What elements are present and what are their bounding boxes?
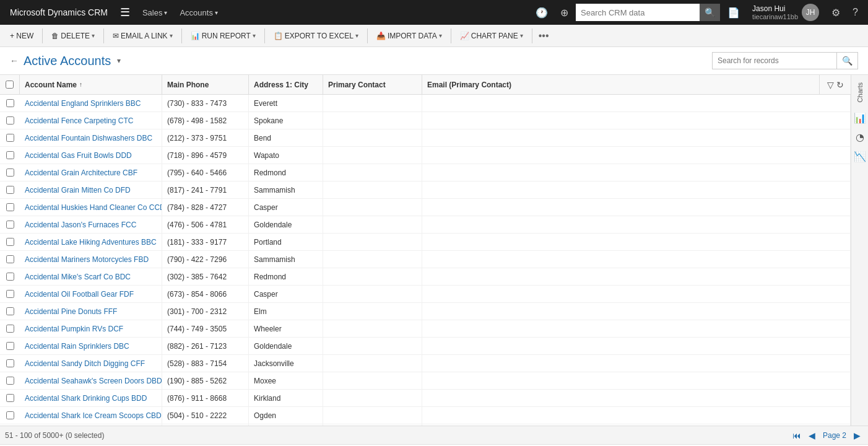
table-row: Accidental Shark Ice Cream Scoops CBD (5… bbox=[0, 407, 851, 424]
account-name-link[interactable]: Accidental Mike's Scarf Co BDC bbox=[25, 273, 131, 281]
settings-icon[interactable]: ⚙ bbox=[827, 0, 845, 25]
row-checkbox-7[interactable] bbox=[0, 216, 20, 233]
nav-accounts[interactable]: Accounts ▾ bbox=[175, 0, 222, 25]
delete-button[interactable]: 🗑 DELETE ▾ bbox=[46, 29, 100, 43]
cell-city: Ogden bbox=[249, 407, 323, 424]
line-chart-icon[interactable]: 📉 bbox=[851, 148, 869, 165]
cell-email bbox=[422, 407, 851, 424]
row-checkbox-11[interactable] bbox=[0, 286, 20, 302]
account-name-link[interactable]: Accidental Shark Drinking Cups BDD bbox=[25, 394, 147, 403]
account-name-link[interactable]: Accidental Sandy Ditch Digging CFF bbox=[25, 359, 145, 368]
cell-city: Portland bbox=[249, 234, 323, 250]
account-name-link[interactable]: Accidental Pine Donuts FFF bbox=[25, 307, 117, 316]
app-brand: Microsoft Dynamics CRM bbox=[5, 7, 113, 17]
account-name-link[interactable]: Accidental Oil Football Gear FDF bbox=[25, 290, 134, 299]
plus-circle-icon[interactable]: ⊕ bbox=[555, 0, 573, 25]
search-records-input[interactable] bbox=[713, 53, 836, 69]
cell-main-phone: (678) - 498 - 1582 bbox=[162, 112, 249, 129]
row-checkbox-13[interactable] bbox=[0, 320, 20, 337]
cell-primary-contact bbox=[323, 199, 422, 216]
cell-account-name: Accidental Lake Hiking Adventures BBC bbox=[20, 234, 162, 250]
first-page-button[interactable]: ⏮ bbox=[790, 431, 804, 440]
cell-account-name: Accidental Pumpkin RVs DCF bbox=[20, 320, 162, 337]
account-name-link[interactable]: Accidental Gas Fruit Bowls DDD bbox=[25, 151, 132, 160]
row-checkbox-3[interactable] bbox=[0, 147, 20, 164]
nav-sales[interactable]: Sales ▾ bbox=[137, 0, 173, 25]
row-checkbox-14[interactable] bbox=[0, 338, 20, 354]
row-checkbox-18[interactable] bbox=[0, 407, 20, 424]
col-header-main-phone[interactable]: Main Phone bbox=[162, 75, 249, 94]
row-checkbox-8[interactable] bbox=[0, 234, 20, 250]
account-name-link[interactable]: Accidental Lake Hiking Adventures BBC bbox=[25, 238, 157, 247]
document-icon[interactable]: 📄 bbox=[723, 0, 745, 25]
account-name-link[interactable]: Accidental Rain Sprinklers DBC bbox=[25, 342, 129, 351]
row-checkbox-5[interactable] bbox=[0, 181, 20, 198]
row-checkbox-16[interactable] bbox=[0, 372, 20, 389]
cell-main-phone: (784) - 828 - 4727 bbox=[162, 199, 249, 216]
cell-main-phone: (673) - 854 - 8066 bbox=[162, 286, 249, 302]
sort-asc-icon: ↑ bbox=[79, 81, 82, 88]
row-checkbox-15[interactable] bbox=[0, 355, 20, 372]
back-icon[interactable]: ← bbox=[10, 56, 19, 66]
select-all-checkbox[interactable] bbox=[6, 81, 14, 89]
account-name-link[interactable]: Accidental Fountain Dishwashers DBC bbox=[25, 134, 152, 142]
cell-email bbox=[422, 355, 851, 372]
account-name-link[interactable]: Accidental Seahawk's Screen Doors DBD bbox=[25, 377, 162, 385]
table-row: Accidental Fence Carpeting CTC (678) - 4… bbox=[0, 112, 851, 129]
top-navigation: Microsoft Dynamics CRM ☰ Sales ▾ Account… bbox=[0, 0, 868, 25]
global-search-button[interactable]: 🔍 bbox=[700, 4, 720, 21]
row-checkbox-19[interactable] bbox=[0, 424, 20, 426]
cell-primary-contact bbox=[323, 181, 422, 198]
account-name-link[interactable]: Accidental England Sprinklers BBC bbox=[25, 99, 141, 108]
search-records-button[interactable]: 🔍 bbox=[836, 53, 857, 69]
account-name-link[interactable]: Accidental Shark Ice Cream Scoops CBD bbox=[25, 411, 162, 420]
cell-city: Chicago bbox=[249, 424, 323, 426]
refresh-icon[interactable]: ↻ bbox=[836, 80, 844, 90]
cell-primary-contact bbox=[323, 338, 422, 354]
cell-primary-contact bbox=[323, 355, 422, 372]
new-button[interactable]: + NEW bbox=[5, 29, 38, 43]
account-name-link[interactable]: Accidental Fence Carpeting CTC bbox=[25, 116, 133, 125]
email-icon: ✉ bbox=[113, 32, 119, 40]
pie-chart-icon[interactable]: ◔ bbox=[853, 129, 867, 146]
next-page-button[interactable]: ▶ bbox=[851, 431, 863, 440]
row-checkbox-6[interactable] bbox=[0, 199, 20, 216]
row-checkbox-2[interactable] bbox=[0, 129, 20, 146]
select-all-check[interactable] bbox=[0, 75, 20, 94]
more-options-icon[interactable]: ••• bbox=[536, 30, 552, 42]
menu-icon[interactable]: ☰ bbox=[115, 6, 135, 19]
row-checkbox-1[interactable] bbox=[0, 112, 20, 129]
row-checkbox-10[interactable] bbox=[0, 268, 20, 285]
row-checkbox-17[interactable] bbox=[0, 390, 20, 406]
col-header-city[interactable]: Address 1: City bbox=[249, 75, 323, 94]
bar-chart-icon[interactable]: 📊 bbox=[851, 110, 869, 126]
chart-pane-button[interactable]: 📈 CHART PANE ▾ bbox=[455, 29, 528, 43]
cell-primary-contact bbox=[323, 407, 422, 424]
account-name-link[interactable]: Accidental Jason's Furnaces FCC bbox=[25, 221, 136, 229]
account-name-link[interactable]: Accidental Mariners Motorcycles FBD bbox=[25, 255, 149, 264]
row-checkbox-0[interactable] bbox=[0, 95, 20, 112]
filter-icon[interactable]: ▽ bbox=[827, 80, 834, 90]
row-checkbox-12[interactable] bbox=[0, 303, 20, 320]
page-title-dropdown-icon[interactable]: ▾ bbox=[117, 56, 121, 65]
account-name-link[interactable]: Accidental Grain Architecture CBF bbox=[25, 168, 137, 177]
user-area[interactable]: Jason Hui tiecarinaw11bb JH bbox=[747, 0, 824, 25]
col-header-account-name[interactable]: Account Name ↑ bbox=[20, 75, 162, 94]
run-report-button[interactable]: 📊 RUN REPORT ▾ bbox=[186, 29, 261, 43]
clock-icon[interactable]: 🕐 bbox=[531, 0, 553, 25]
account-name-link[interactable]: Accidental Pumpkin RVs DCF bbox=[25, 325, 123, 333]
help-icon[interactable]: ? bbox=[848, 0, 863, 25]
col-header-email[interactable]: Email (Primary Contact) bbox=[422, 75, 820, 94]
account-name-link[interactable]: Accidental Grain Mitten Co DFD bbox=[25, 186, 131, 195]
global-search-input[interactable] bbox=[576, 4, 700, 21]
row-checkbox-9[interactable] bbox=[0, 251, 20, 268]
export-excel-button[interactable]: 📋 EXPORT TO EXCEL ▾ bbox=[269, 29, 363, 43]
row-checkbox-4[interactable] bbox=[0, 164, 20, 181]
charts-panel-label[interactable]: Charts bbox=[856, 77, 864, 107]
email-link-button[interactable]: ✉ EMAIL A LINK ▾ bbox=[108, 29, 178, 43]
prev-page-button[interactable]: ◀ bbox=[806, 431, 818, 440]
import-data-button[interactable]: 📥 IMPORT DATA ▾ bbox=[371, 29, 447, 43]
account-name-link[interactable]: Accidental Huskies Hand Cleaner Co CCD bbox=[25, 203, 162, 212]
col-header-primary-contact[interactable]: Primary Contact bbox=[323, 75, 422, 94]
page-header: ← Active Accounts ▾ 🔍 bbox=[0, 47, 868, 75]
